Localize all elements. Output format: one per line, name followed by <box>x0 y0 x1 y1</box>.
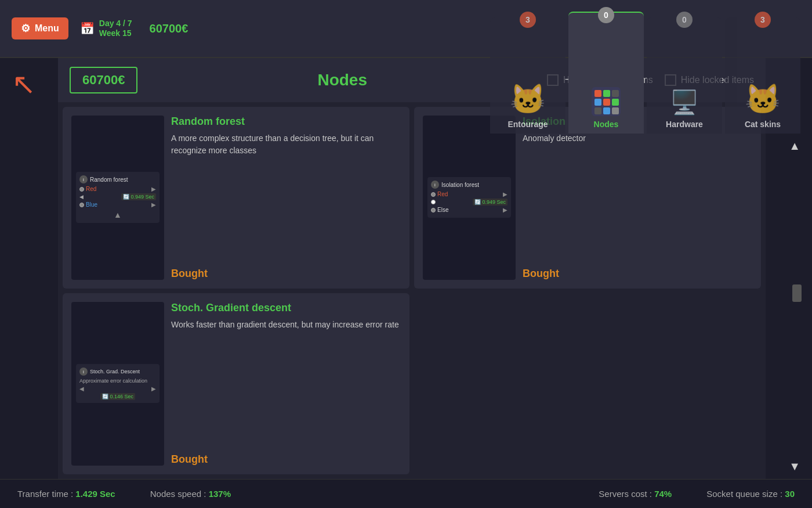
item-preview-random-forest: i Random forest Red ▶ ◀ 🔄 0.949 Sec <box>71 116 164 280</box>
item-preview-isolation-forest: i Isolation forest Red ▶ 🔄 0.949 Sec <box>423 116 516 280</box>
item-desc-random-forest: A more complex structure than a decision… <box>171 132 401 263</box>
menu-label: Menu <box>35 23 59 34</box>
nodes-badge: 0 <box>598 7 614 23</box>
shop-title: Nodes <box>149 71 535 89</box>
transfer-time-value: 1.429 Sec <box>75 489 115 499</box>
item-card-random-forest[interactable]: i Random forest Red ▶ ◀ 🔄 0.949 Sec <box>63 107 409 289</box>
scroll-up-button[interactable]: ▲ <box>789 139 800 153</box>
menu-button[interactable]: ⚙ Menu <box>12 17 68 39</box>
nodes-icon <box>592 87 621 116</box>
cat-skins-icon: 🐱 <box>745 82 781 116</box>
top-currency: 60700€ <box>150 22 188 35</box>
servers-cost-value: 74% <box>654 489 672 499</box>
day-info: 📅 Day 4 / 7 Week 15 <box>80 19 132 38</box>
item-preview-stoch-gradient: i Stoch. Grad. Descent Approximate error… <box>71 302 164 466</box>
item-info-stoch-gradient: Stoch. Gradient descent Works faster tha… <box>171 302 401 466</box>
tab-nodes[interactable]: 0 Nodes <box>568 12 644 134</box>
servers-cost-stat: Servers cost : 74% <box>599 489 672 499</box>
nodes-speed-stat: Nodes speed : 137% <box>150 489 231 499</box>
items-grid: i Random forest Red ▶ ◀ 🔄 0.949 Sec <box>58 102 766 479</box>
item-card-isolation-forest[interactable]: i Isolation forest Red ▶ 🔄 0.949 Sec <box>414 107 761 289</box>
transfer-time-stat: Transfer time : 1.429 Sec <box>17 489 115 499</box>
node-visual-stoch-gradient: i Stoch. Grad. Descent Approximate error… <box>76 364 160 403</box>
entourage-icon: 🐱 <box>510 82 546 116</box>
node-visual-isolation-forest: i Isolation forest Red ▶ 🔄 0.949 Sec <box>427 177 511 218</box>
back-button[interactable]: ↖ <box>12 70 36 99</box>
item-status-isolation-forest: Bought <box>523 268 752 280</box>
item-name-random-forest: Random forest <box>171 116 401 128</box>
hardware-badge: 0 <box>676 12 693 28</box>
hardware-icon: 🖥️ <box>670 89 699 116</box>
transfer-time-label: Transfer time : <box>17 489 75 499</box>
cat-skins-badge: 3 <box>755 12 771 28</box>
gear-icon: ⚙ <box>21 22 30 35</box>
top-bar: ⚙ Menu 📅 Day 4 / 7 Week 15 60700€ 3 🐱 En… <box>0 0 812 58</box>
item-desc-stoch-gradient: Works faster than gradient descent, but … <box>171 319 401 449</box>
socket-queue-label: Socket queue size : <box>706 489 785 499</box>
servers-cost-label: Servers cost : <box>599 489 654 499</box>
hardware-label: Hardware <box>666 120 703 129</box>
nodes-label: Nodes <box>594 120 619 129</box>
item-info-random-forest: Random forest A more complex structure t… <box>171 116 401 280</box>
day-text: Day 4 / 7 <box>99 19 132 28</box>
item-name-stoch-gradient: Stoch. Gradient descent <box>171 302 401 314</box>
scroll-down-button[interactable]: ▼ <box>789 460 800 473</box>
item-info-isolation-forest: Isolation forest Anomaly detector Bought <box>523 116 752 280</box>
tab-cat-skins[interactable]: 3 🐱 Cat skins <box>725 17 800 134</box>
entourage-badge: 3 <box>520 12 536 28</box>
entourage-label: Entourage <box>507 120 548 129</box>
node-visual-random-forest: i Random forest Red ▶ ◀ 🔄 0.949 Sec <box>76 172 160 223</box>
week-text: Week 15 <box>99 28 132 38</box>
tab-entourage[interactable]: 3 🐱 Entourage <box>490 17 566 134</box>
status-bar: Transfer time : 1.429 Sec Nodes speed : … <box>0 479 812 508</box>
nodes-speed-label: Nodes speed : <box>150 489 209 499</box>
item-card-stoch-gradient[interactable]: i Stoch. Grad. Descent Approximate error… <box>63 293 409 475</box>
item-status-stoch-gradient: Bought <box>171 453 401 466</box>
item-status-random-forest: Bought <box>171 268 401 280</box>
socket-queue-value: 30 <box>785 489 795 499</box>
nodes-speed-value: 137% <box>209 489 231 499</box>
tab-icons: 3 🐱 Entourage 0 Nodes 0 🖥️ Hard <box>490 0 800 58</box>
calendar-icon: 📅 <box>80 21 95 35</box>
tab-hardware[interactable]: 0 🖥️ Hardware <box>647 17 722 134</box>
cat-skins-label: Cat skins <box>745 120 781 129</box>
item-desc-isolation-forest: Anomaly detector <box>523 132 752 263</box>
scrollbar-handle[interactable] <box>792 284 802 302</box>
socket-queue-stat: Socket queue size : 30 <box>706 489 795 499</box>
balance-display: 60700€ <box>70 67 137 93</box>
